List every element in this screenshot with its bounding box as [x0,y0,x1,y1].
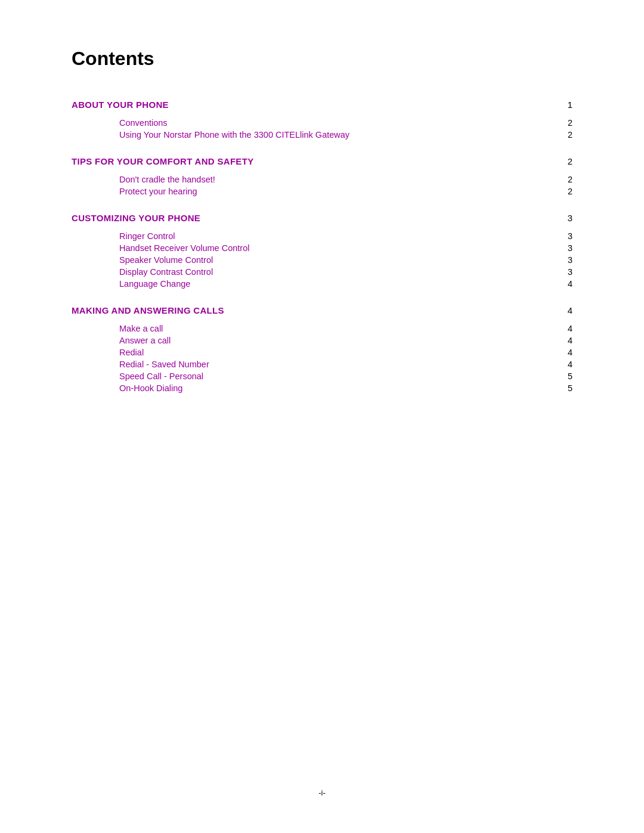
section-title-about-your-phone: ABOUT YOUR PHONE [72,100,169,110]
page-title: Contents [72,48,572,70]
toc-item-label: Don't cradle the handset! [119,175,215,184]
toc-item-label: Speed Call - Personal [119,371,203,381]
toc-item-label: Using Your Norstar Phone with the 3300 C… [119,130,349,140]
page-footer: -i- [0,788,644,797]
section-header-about-your-phone: ABOUT YOUR PHONE1 [72,100,572,110]
section-page-customizing-your-phone: 3 [568,213,572,223]
toc-item-label: Make a call [119,324,163,333]
toc-item: On-Hook Dialing5 [119,383,572,393]
toc-section-about-your-phone: ABOUT YOUR PHONE1Conventions2Using Your … [72,100,572,140]
toc-item-page: 3 [568,231,572,241]
toc-item-label: Ringer Control [119,231,175,241]
toc-item-page: 4 [568,348,572,357]
toc-item-page: 4 [568,324,572,333]
toc-item: Answer a call4 [119,336,572,345]
toc-item-page: 2 [568,187,572,196]
section-items-customizing-your-phone: Ringer Control3Handset Receiver Volume C… [119,231,572,289]
toc-item-page: 3 [568,267,572,277]
toc-item: Don't cradle the handset!2 [119,175,572,184]
toc-item-label: Redial [119,348,144,357]
toc-item-page: 5 [568,383,572,393]
toc-item: Language Change4 [119,279,572,289]
toc-item-label: Answer a call [119,336,171,345]
toc-item-page: 4 [568,336,572,345]
toc-item-page: 3 [568,255,572,265]
toc-item-page: 4 [568,279,572,289]
toc-item-label: Redial - Saved Number [119,360,209,369]
toc-item: Conventions2 [119,118,572,128]
toc-item-label: Speaker Volume Control [119,255,213,265]
section-items-about-your-phone: Conventions2Using Your Norstar Phone wit… [119,118,572,140]
section-page-tips-comfort-safety: 2 [568,156,572,166]
section-page-about-your-phone: 1 [568,100,572,110]
section-items-making-answering-calls: Make a call4Answer a call4Redial4Redial … [119,324,572,393]
toc-item-label: Handset Receiver Volume Control [119,243,249,253]
toc-item: Make a call4 [119,324,572,333]
toc-item-page: 4 [568,360,572,369]
toc-item-page: 3 [568,243,572,253]
toc-item: Redial - Saved Number4 [119,360,572,369]
toc-item-page: 5 [568,371,572,381]
toc-item-page: 2 [568,118,572,128]
footer-text: -i- [318,788,326,797]
toc-item-page: 2 [568,175,572,184]
section-title-customizing-your-phone: CUSTOMIZING YOUR PHONE [72,213,200,223]
toc-item: Protect your hearing2 [119,187,572,196]
section-page-making-answering-calls: 4 [568,305,572,315]
toc-item: Using Your Norstar Phone with the 3300 C… [119,130,572,140]
toc-item: Display Contrast Control3 [119,267,572,277]
toc-section-making-answering-calls: MAKING AND ANSWERING CALLS4Make a call4A… [72,305,572,393]
toc-item-label: On-Hook Dialing [119,383,182,393]
section-header-making-answering-calls: MAKING AND ANSWERING CALLS4 [72,305,572,315]
toc-item-label: Language Change [119,279,190,289]
toc-item-label: Conventions [119,118,168,128]
toc-item-label: Display Contrast Control [119,267,213,277]
toc-item: Ringer Control3 [119,231,572,241]
toc-item: Speaker Volume Control3 [119,255,572,265]
toc-section-customizing-your-phone: CUSTOMIZING YOUR PHONE3Ringer Control3Ha… [72,213,572,289]
toc-item-label: Protect your hearing [119,187,197,196]
page: Contents ABOUT YOUR PHONE1Conventions2Us… [0,0,644,833]
section-title-tips-comfort-safety: TIPS FOR YOUR COMFORT AND SAFETY [72,156,253,166]
toc-item-page: 2 [568,130,572,140]
toc-item: Redial4 [119,348,572,357]
section-items-tips-comfort-safety: Don't cradle the handset!2Protect your h… [119,175,572,196]
toc-item: Speed Call - Personal5 [119,371,572,381]
toc-section-tips-comfort-safety: TIPS FOR YOUR COMFORT AND SAFETY2Don't c… [72,156,572,196]
toc-item: Handset Receiver Volume Control3 [119,243,572,253]
section-title-making-answering-calls: MAKING AND ANSWERING CALLS [72,305,224,315]
section-header-customizing-your-phone: CUSTOMIZING YOUR PHONE3 [72,213,572,223]
section-header-tips-comfort-safety: TIPS FOR YOUR COMFORT AND SAFETY2 [72,156,572,166]
toc-container: ABOUT YOUR PHONE1Conventions2Using Your … [72,100,572,393]
